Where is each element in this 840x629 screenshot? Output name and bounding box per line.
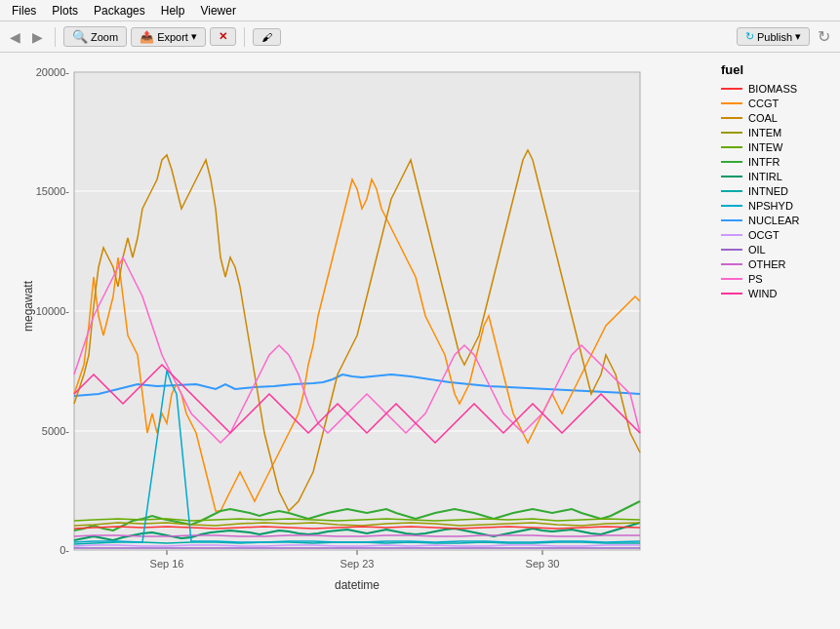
publish-arrow-icon: ▾ [795,30,801,43]
refresh-button[interactable]: ↻ [814,25,834,48]
publish-sync-icon: ↻ [745,30,754,43]
legend-label: BIOMASS [748,83,797,95]
brush-icon: 🖌 [261,31,272,43]
legend-label: PS [748,273,763,285]
export-label: Export [157,31,188,43]
menu-plots[interactable]: Plots [44,2,86,20]
nav-back-button[interactable]: ◀ [6,27,24,47]
legend-label: INTEM [748,127,781,138]
legend-color-swatch [721,234,742,236]
legend-item: INTNED [721,185,832,197]
legend-label: WIND [748,288,777,299]
legend-label: INTIRL [748,171,782,182]
legend-item: INTEM [721,127,832,138]
toolbar-separator-1 [55,27,56,47]
legend-item: NPSHYD [721,200,832,212]
clear-button[interactable]: ✕ [210,27,236,46]
nav-forward-button[interactable]: ▶ [28,27,47,47]
export-arrow-icon: ▾ [191,30,197,43]
legend-label: OIL [748,244,766,256]
legend-color-swatch [721,278,742,280]
menu-files[interactable]: Files [4,2,44,20]
legend-label: OCGT [748,229,780,241]
toolbar-separator-2 [244,27,245,47]
legend-item: NUCLEAR [721,215,832,226]
legend-label: NPSHYD [748,200,793,212]
legend-color-swatch [721,161,742,163]
brush-button[interactable]: 🖌 [253,28,281,46]
clear-icon: ✕ [219,30,227,43]
legend-item: PS [721,273,832,285]
menu-viewer[interactable]: Viewer [192,2,243,20]
legend-label: COAL [748,112,778,124]
chart-container: 0- 5000- 10000- 15000- 20000- megawatt S… [0,53,713,629]
menu-help[interactable]: Help [153,2,193,20]
zoom-button[interactable]: 🔍 Zoom [63,26,127,47]
export-icon: 📤 [140,30,154,44]
svg-text:Sep 16: Sep 16 [149,558,183,570]
main-area: 0- 5000- 10000- 15000- 20000- megawatt S… [0,53,840,629]
toolbar: ◀ ▶ 🔍 Zoom 📤 Export ▾ ✕ 🖌 ↻ Publish ▾ ↻ [0,21,840,53]
chart-svg: 0- 5000- 10000- 15000- 20000- megawatt S… [20,62,703,604]
toolbar-left: ◀ ▶ 🔍 Zoom 📤 Export ▾ ✕ 🖌 [6,26,281,47]
legend-color-swatch [721,219,742,221]
menu-packages[interactable]: Packages [86,2,153,20]
publish-label: Publish [757,31,792,43]
legend-item: INTEW [721,141,832,153]
legend-label: CCGT [748,98,779,109]
svg-text:datetime: datetime [334,578,379,592]
legend-label: INTNED [748,185,788,197]
legend-color-swatch [721,249,742,251]
svg-text:Sep 30: Sep 30 [525,558,559,570]
svg-text:15000-: 15000- [35,185,69,197]
svg-text:10000-: 10000- [35,305,69,317]
legend-color-swatch [721,132,742,134]
legend-color-swatch [721,102,742,104]
legend-item: WIND [721,288,832,299]
publish-button[interactable]: ↻ Publish ▾ [737,27,810,46]
legend-label: INTFR [748,156,780,168]
svg-text:megawatt: megawatt [21,280,35,332]
legend-title: fuel [721,62,832,77]
legend-item: OCGT [721,229,832,241]
toolbar-right: ↻ Publish ▾ ↻ [737,25,834,48]
zoom-icon: 🔍 [72,29,88,44]
legend-item: COAL [721,112,832,124]
svg-text:Sep 23: Sep 23 [340,558,374,570]
chart-wrapper: 0- 5000- 10000- 15000- 20000- megawatt S… [20,62,703,604]
svg-text:5000-: 5000- [41,425,68,437]
legend-color-swatch [721,263,742,265]
legend-color-swatch [721,176,742,177]
legend-color-swatch [721,205,742,207]
legend-item: INTIRL [721,171,832,182]
legend-item: BIOMASS [721,83,832,95]
legend-color-swatch [721,293,742,295]
menu-bar: Files Plots Packages Help Viewer [0,0,840,21]
legend-color-swatch [721,146,742,148]
legend-color-swatch [721,190,742,192]
svg-text:0-: 0- [60,544,69,556]
legend-color-swatch [721,117,742,119]
legend-item: CCGT [721,98,832,109]
legend-color-swatch [721,88,742,90]
legend-label: OTHER [748,258,786,270]
legend: fuel BIOMASS CCGT COAL INTEM INTEW INTFR… [713,53,840,629]
zoom-label: Zoom [91,31,118,43]
legend-label: NUCLEAR [748,215,800,226]
legend-item: OIL [721,244,832,256]
legend-item: OTHER [721,258,832,270]
svg-text:20000-: 20000- [35,66,69,78]
export-button[interactable]: 📤 Export ▾ [131,27,206,47]
legend-item: INTFR [721,156,832,168]
legend-label: INTEW [748,141,782,153]
